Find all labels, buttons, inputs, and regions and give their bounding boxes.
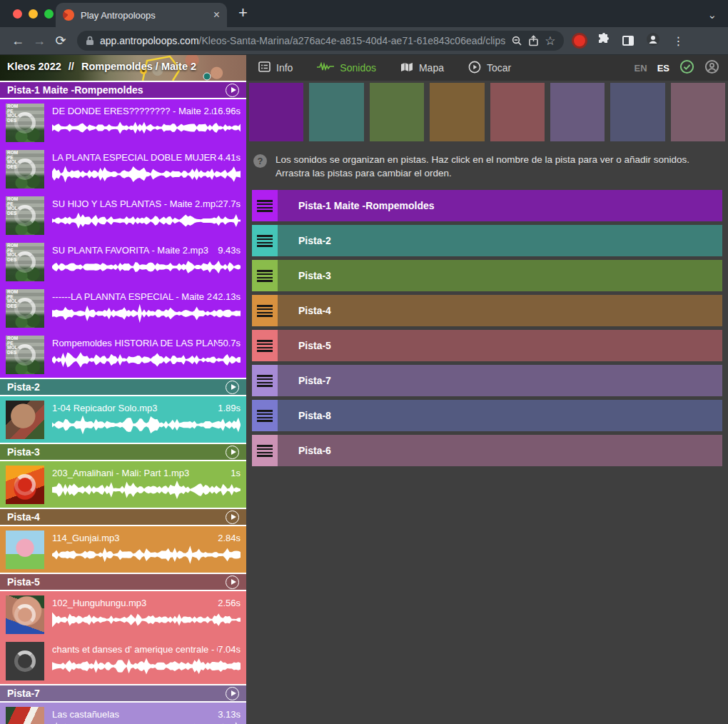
clip-item[interactable]: ROM PE MOL DES SU HIJO Y LAS PLANTAS - M…: [0, 192, 246, 238]
track-row-body[interactable]: Pista-3: [278, 260, 722, 291]
track-color-swatch[interactable]: [550, 83, 605, 141]
drag-handle[interactable]: [252, 400, 278, 431]
track-row-body[interactable]: Pista-6: [278, 435, 722, 466]
track-row-body[interactable]: Pista-1 Maite -Rompemoldes: [278, 190, 722, 221]
clip-item[interactable]: ROM PE MOL DES LA PLANTA ESPECIAL DOBLE …: [0, 146, 246, 192]
clip-item[interactable]: 114_Gunjai.mp3 2.84s: [0, 526, 246, 573]
track-row[interactable]: Pista-6: [252, 435, 722, 466]
clip-name: chants et danses d' amerique centrale - …: [52, 644, 218, 655]
tab-search-chevron-icon[interactable]: ⌄: [707, 9, 717, 21]
clip-item[interactable]: chants et danses d' amerique centrale - …: [0, 638, 246, 684]
track-row[interactable]: Pista-3: [252, 260, 722, 291]
new-tab-button[interactable]: +: [238, 4, 248, 22]
track-color-swatch[interactable]: [671, 83, 725, 141]
drag-handle[interactable]: [252, 260, 278, 291]
sidebar-track-header[interactable]: Pista-7: [0, 684, 246, 703]
clip-item[interactable]: ROM PE MOL DES Rompemoldes HISTORIA DE L…: [0, 331, 246, 378]
track-color-swatch[interactable]: [430, 83, 484, 141]
zoom-page-icon[interactable]: [511, 35, 522, 46]
track-row[interactable]: Pista-2: [252, 225, 722, 256]
app-tab-mapa[interactable]: Mapa: [388, 55, 456, 81]
drag-handle[interactable]: [252, 295, 278, 326]
language-toggle-en[interactable]: EN: [635, 63, 647, 74]
reload-button[interactable]: ⟳: [50, 33, 71, 49]
track-row[interactable]: Pista-1 Maite -Rompemoldes: [252, 190, 722, 221]
close-window-button[interactable]: [13, 9, 22, 19]
drag-handle[interactable]: [252, 435, 278, 466]
browser-tab[interactable]: Play Antropoloops ×: [56, 3, 227, 27]
clip-item[interactable]: Las castañuelas 3.13s: [0, 703, 246, 724]
track-row[interactable]: Pista-7: [252, 365, 722, 396]
breadcrumb[interactable]: Kleos 2022 // Rompemoldes / Maite 2: [7, 61, 196, 72]
back-button[interactable]: ←: [7, 34, 29, 49]
breadcrumb-project[interactable]: Kleos 2022: [7, 61, 61, 72]
sidebar-track-header[interactable]: Pista-4: [0, 508, 246, 526]
track-row-body[interactable]: Pista-7: [278, 365, 722, 396]
play-track-button[interactable]: [226, 511, 239, 524]
share-icon[interactable]: [528, 35, 539, 46]
drag-handle[interactable]: [252, 365, 278, 396]
clip-body: ------LA PLANNTA ESPECIAL - Maite 2.mp3 …: [52, 289, 241, 331]
clip-duration: 2.56s: [218, 598, 241, 608]
forward-button[interactable]: →: [29, 34, 50, 49]
sidebar-track-header[interactable]: Pista-1 Maite -Rompemoldes: [0, 81, 246, 99]
track-row-body[interactable]: Pista-4: [278, 295, 722, 326]
track-row-body[interactable]: Pista-5: [278, 330, 722, 361]
sync-check-icon[interactable]: [679, 59, 694, 76]
tab-close-icon[interactable]: ×: [213, 9, 220, 21]
waveform-icon: [52, 165, 241, 183]
sidebar-track-header[interactable]: Pista-2: [0, 378, 246, 396]
profile-avatar[interactable]: [646, 32, 660, 49]
app-tab-tocar[interactable]: Tocar: [456, 55, 523, 81]
play-track-button[interactable]: [226, 84, 239, 97]
sidebar-track-header[interactable]: Pista-3: [0, 443, 246, 461]
play-track-button[interactable]: [226, 687, 239, 700]
clip-thumbnail: ROM PE MOL DES: [6, 289, 44, 328]
track-color-swatch[interactable]: [249, 83, 303, 141]
drag-handle[interactable]: [252, 330, 278, 361]
play-track-button[interactable]: [226, 575, 239, 589]
grip-icon: [257, 445, 273, 457]
track-row[interactable]: Pista-5: [252, 330, 722, 361]
app-tab-info[interactable]: Info: [246, 55, 305, 81]
tracks-main-panel: ? Los sonidos se organizan en pistas. Ha…: [246, 81, 728, 724]
recording-indicator-icon[interactable]: [574, 35, 585, 46]
clip-item[interactable]: ROM PE MOL DES SU PLANTA FAVORITA - Mait…: [0, 238, 246, 285]
track-color-swatch[interactable]: [610, 83, 664, 141]
track-color-swatch[interactable]: [309, 83, 363, 141]
account-icon[interactable]: [704, 59, 719, 76]
bookmark-star-icon[interactable]: ☆: [545, 34, 555, 49]
browser-menu-icon[interactable]: ⋮: [672, 34, 684, 48]
clip-duration: 1s: [231, 468, 241, 478]
address-bar[interactable]: app.antropoloops.com/Kleos-Santa-Marina/…: [77, 31, 564, 51]
clip-item[interactable]: ROM PE MOL DES ------LA PLANNTA ESPECIAL…: [0, 285, 246, 331]
track-name: Pista-1 Maite -Rompemoldes: [7, 84, 226, 96]
track-row-label: Pista-8: [298, 410, 331, 421]
track-row[interactable]: Pista-8: [252, 400, 722, 431]
zoom-window-button[interactable]: [44, 9, 54, 19]
play-track-button[interactable]: [226, 446, 239, 459]
drag-handle[interactable]: [252, 225, 278, 256]
minimize-window-button[interactable]: [29, 9, 38, 19]
header-map-thumbnail[interactable]: Kleos 2022 // Rompemoldes / Maite 2: [0, 55, 246, 81]
track-color-swatch[interactable]: [490, 83, 545, 141]
url-text[interactable]: app.antropoloops.com/Kleos-Santa-Marina/…: [100, 35, 505, 46]
clip-name: SU HIJO Y LAS PLANTAS - Maite 2.mp3: [52, 198, 218, 209]
clip-item[interactable]: ROM PE MOL DES DE DONDE ERES???????? - M…: [0, 99, 246, 146]
track-row-body[interactable]: Pista-2: [278, 225, 722, 256]
side-panel-icon[interactable]: [622, 36, 634, 46]
help-bar: ? Los sonidos se organizan en pistas. Ha…: [246, 141, 728, 180]
app-tab-sonidos[interactable]: Sonidos: [305, 55, 388, 81]
language-toggle-es[interactable]: ES: [657, 63, 669, 74]
play-track-button[interactable]: [226, 381, 239, 394]
clip-item[interactable]: 102_Hunguhungu.mp3 2.56s: [0, 591, 246, 638]
track-row-label: Pista-7: [298, 375, 331, 386]
drag-handle[interactable]: [252, 190, 278, 221]
sidebar-track-header[interactable]: Pista-5: [0, 573, 246, 591]
extensions-puzzle-icon[interactable]: [597, 33, 610, 49]
track-row-body[interactable]: Pista-8: [278, 400, 722, 431]
clip-item[interactable]: 1-04 Repicador Solo.mp3 1.89s: [0, 396, 246, 443]
track-color-swatch[interactable]: [370, 83, 424, 141]
clip-item[interactable]: 203_Amalihani - Mali: Part 1.mp3 1s: [0, 461, 246, 508]
track-row[interactable]: Pista-4: [252, 295, 722, 326]
